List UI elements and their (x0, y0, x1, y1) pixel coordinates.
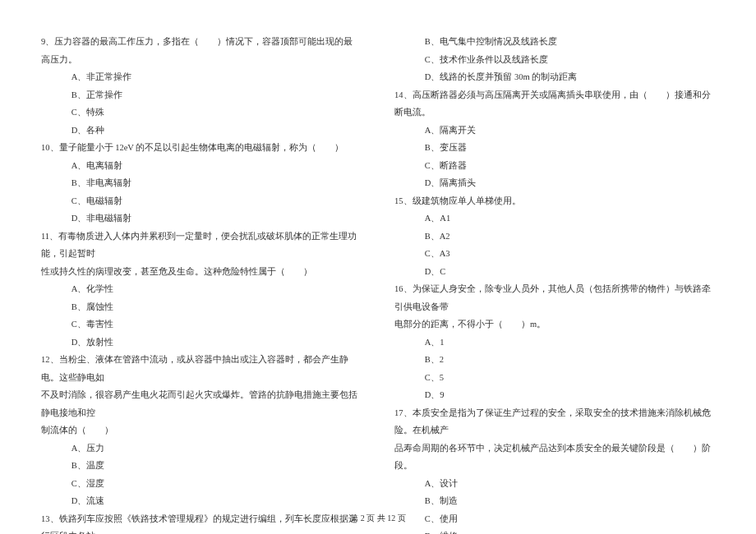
q9-opt-b: B、正常操作 (41, 86, 362, 104)
q14-text: 14、高压断路器必须与高压隔离开关或隔离插头串联使用，由（ ）接通和分断电流。 (394, 86, 715, 122)
q10-opt-a: A、电离辐射 (41, 157, 362, 175)
page-columns: 9、压力容器的最高工作压力，多指在（ ）情况下，容器顶部可能出现的最高压力。 A… (41, 33, 715, 501)
q12-opt-a: A、压力 (41, 440, 362, 458)
q17-text-2: 品寿命周期的各环节中，决定机械产品达到本质安全的最关键阶段是（ ）阶段。 (394, 440, 715, 475)
q12-text-1: 12、当粉尘、液体在管路中流动，或从容器中抽出或注入容器时，都会产生静电。这些静… (41, 351, 362, 386)
q17-opt-d: D、维修 (394, 527, 715, 534)
q11-opt-d: D、放射性 (41, 334, 362, 352)
q11-opt-c: C、毒害性 (41, 315, 362, 334)
q17-opt-b: B、制造 (394, 492, 715, 510)
q15-opt-c: C、A3 (394, 245, 715, 263)
q16-opt-a: A、1 (394, 334, 715, 352)
q13-opt-d: D、线路的长度并预留 30m 的制动距离 (394, 68, 715, 86)
q9-text: 9、压力容器的最高工作压力，多指在（ ）情况下，容器顶部可能出现的最高压力。 (41, 33, 362, 68)
q9-opt-d: D、各种 (41, 122, 362, 140)
q17-text-1: 17、本质安全是指为了保证生产过程的安全，采取安全的技术措施来消除机械危险。在机… (394, 404, 715, 440)
q9-opt-a: A、非正常操作 (41, 68, 362, 86)
right-column: B、电气集中控制情况及线路长度 C、技术作业条件以及线路长度 D、线路的长度并预… (394, 33, 715, 501)
q12-opt-b: B、温度 (41, 457, 362, 475)
q15-text: 15、级建筑物应单人单梯使用。 (394, 192, 715, 210)
q13-opt-b: B、电气集中控制情况及线路长度 (394, 33, 715, 51)
q16-opt-d: D、9 (394, 386, 715, 404)
q14-opt-b: B、变压器 (394, 139, 715, 157)
q13-opt-c: C、技术作业条件以及线路长度 (394, 51, 715, 69)
q16-text-1: 16、为保证人身安全，除专业人员外，其他人员（包括所携带的物件）与铁路牵引供电设… (394, 280, 715, 315)
q12-text-3: 制流体的（ ） (41, 421, 362, 440)
q10-opt-d: D、非电磁辐射 (41, 209, 362, 228)
q12-text-2: 不及时消除，很容易产生电火花而引起火灾或爆炸。管路的抗静电措施主要包括静电接地和… (41, 386, 362, 421)
q14-opt-a: A、隔离开关 (394, 122, 715, 140)
q10-opt-b: B、非电离辐射 (41, 174, 362, 192)
page-footer: 第 2 页 共 12 页 (0, 513, 756, 524)
left-column: 9、压力容器的最高工作压力，多指在（ ）情况下，容器顶部可能出现的最高压力。 A… (41, 33, 362, 501)
q11-text-1: 11、有毒物质进入人体内并累积到一定量时，便会扰乱或破坏肌体的正常生理功能，引起… (41, 228, 362, 263)
q9-opt-c: C、特殊 (41, 104, 362, 122)
q10-text: 10、量子能量小于 12eV 的不足以引起生物体电离的电磁辐射，称为（ ） (41, 139, 362, 157)
q16-text-2: 电部分的距离，不得小于（ ）m。 (394, 315, 715, 334)
q12-opt-c: C、湿度 (41, 475, 362, 493)
q12-opt-d: D、流速 (41, 492, 362, 510)
q15-opt-a: A、A1 (394, 209, 715, 228)
q16-opt-c: C、5 (394, 369, 715, 387)
q17-opt-a: A、设计 (394, 475, 715, 493)
q10-opt-c: C、电磁辐射 (41, 192, 362, 210)
q11-text-2: 性或持久性的病理改变，甚至危及生命。这种危险特性属于（ ） (41, 263, 362, 281)
q11-opt-a: A、化学性 (41, 280, 362, 298)
q15-opt-d: D、C (394, 263, 715, 281)
q11-opt-b: B、腐蚀性 (41, 298, 362, 316)
q15-opt-b: B、A2 (394, 228, 715, 246)
q14-opt-c: C、断路器 (394, 157, 715, 175)
q14-opt-d: D、隔离插头 (394, 174, 715, 192)
q16-opt-b: B、2 (394, 351, 715, 369)
